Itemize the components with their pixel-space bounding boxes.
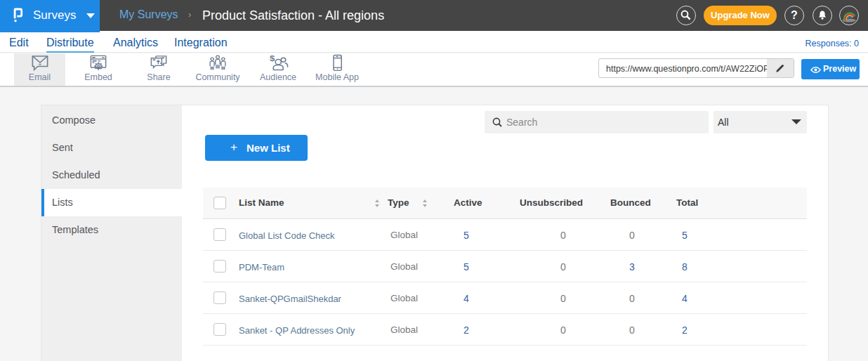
svg-text:$: $ [270, 54, 275, 63]
